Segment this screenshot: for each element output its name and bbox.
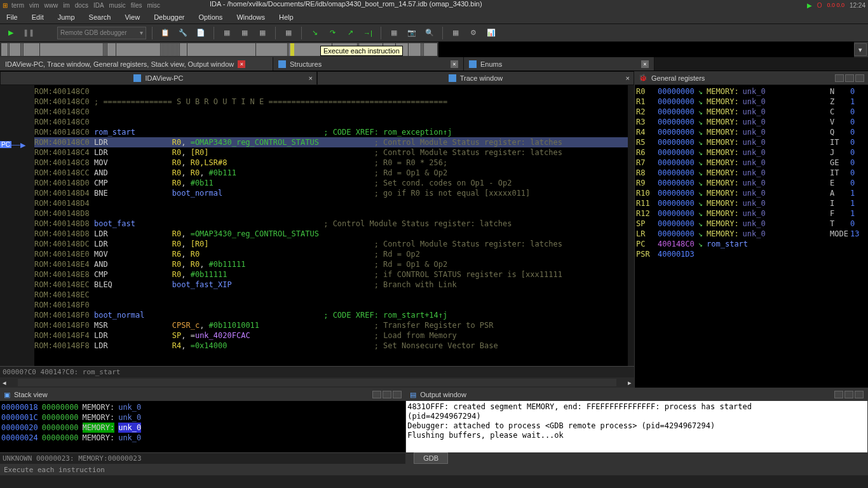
stack-panel: ▣ Stack view 00000018 00000000 MEMORY:un…	[0, 388, 406, 464]
menu-windows[interactable]: Windows	[236, 13, 265, 21]
menu-file[interactable]: File	[6, 13, 18, 21]
pause-button[interactable]: ❚❚	[22, 26, 36, 40]
toolbar-icon[interactable]: 📊	[484, 26, 498, 40]
menu-view[interactable]: View	[125, 13, 140, 21]
menu-search[interactable]: Search	[89, 13, 111, 21]
maximize-button[interactable]	[845, 74, 854, 82]
window-title: IDA - /home/xvilka/Documents/RE/idb/omap…	[210, 0, 482, 8]
toolbar-icon[interactable]: ▦	[238, 26, 252, 40]
toolbar-icon[interactable]: ▦	[281, 26, 295, 40]
step-over-button[interactable]: ↷	[325, 26, 339, 40]
task-www[interactable]: www	[44, 2, 58, 9]
toolbar-icon[interactable]: ▦	[387, 26, 401, 40]
panel-button[interactable]	[834, 391, 843, 398]
menu-help[interactable]: Help	[279, 13, 294, 21]
wm-icon: ⊞	[3, 2, 8, 9]
menu-bar: FileEditJumpSearchViewDebuggerOptionsWin…	[0, 10, 868, 24]
output-title: Output window	[420, 391, 466, 398]
tab-enums[interactable]: Enums ×	[464, 57, 654, 71]
toolbar-icon[interactable]: ▦	[220, 26, 234, 40]
view-icon	[133, 74, 141, 82]
stack-status: UNKNOWN 00000023: MEMORY:00000023	[0, 452, 405, 464]
output-view[interactable]: 4831OFFF: created segment MEMORY, end: F…	[406, 401, 867, 452]
task-docs[interactable]: docs	[75, 2, 88, 9]
run-button[interactable]: ▶	[4, 26, 18, 40]
tray-opera-icon[interactable]: O	[817, 2, 822, 9]
command-row: GDB	[406, 452, 867, 464]
disassembly-view[interactable]: ROM:400148C0ROM:400148C0 ; =============…	[34, 85, 628, 366]
register-list[interactable]: R000000000 ↘ MEMORY:unk_0R100000000 ↘ ME…	[636, 86, 826, 386]
step-into-button[interactable]: ↘	[308, 26, 322, 40]
clock: 12:24	[850, 2, 865, 9]
cpu-stats: 0.0 0.0	[827, 2, 844, 8]
toolbar-icon[interactable]: ▦	[449, 26, 463, 40]
tab-structures[interactable]: Structures ×	[273, 57, 464, 71]
close-button[interactable]	[855, 74, 864, 82]
struct-icon	[278, 60, 286, 68]
h-scrollbar[interactable]: ◂▸	[0, 377, 634, 388]
stack-view[interactable]: 00000018 00000000 MEMORY:unk_00000001C 0…	[0, 401, 405, 452]
tab-main[interactable]: IDAView-PC, Trace window, General regist…	[0, 57, 273, 71]
toolbar-icon[interactable]: 📷	[405, 26, 419, 40]
minimize-button[interactable]	[835, 74, 844, 82]
task-music[interactable]: music	[109, 2, 126, 9]
close-icon[interactable]: ×	[238, 60, 245, 68]
registers-panel: 🐞 General registers R000000000 ↘ MEMORY:…	[634, 71, 868, 388]
tooltip: Execute each instruction	[320, 46, 403, 56]
bug-icon: 🐞	[639, 74, 648, 82]
panel-button[interactable]	[844, 391, 853, 398]
close-icon[interactable]: ×	[451, 60, 458, 68]
subtab-trace[interactable]: Trace window ×	[317, 71, 634, 85]
menu-options[interactable]: Options	[198, 13, 222, 21]
run-to-button[interactable]: →|	[361, 26, 375, 40]
debugger-select[interactable]: Remote GDB debugger▾	[57, 27, 146, 39]
flags-list[interactable]: N0Z1C0V0Q0IT0J0GE0IT0E0A1I1F1T0MODE13	[826, 86, 867, 386]
location-bar: 00000?C0 40014?C0: rom_start	[0, 366, 634, 377]
task-list: termvimwwwimdocsIDAmusicfilesmisc	[11, 2, 160, 9]
task-files[interactable]: files	[131, 2, 142, 9]
menu-jump[interactable]: Jump	[58, 13, 75, 21]
stack-icon: ▣	[4, 391, 10, 399]
output-icon: ▤	[410, 391, 416, 399]
toolbar-icon[interactable]: ⚙	[466, 26, 480, 40]
enum-icon	[469, 60, 477, 68]
main-toolbar: ▶ ❚❚ Remote GDB debugger▾ 📋 🔧 📄 ▦ ▦ ▦ ▦ …	[0, 24, 868, 42]
output-panel: ▤ Output window 4831OFFF: created segmen…	[406, 388, 868, 464]
panel-button[interactable]	[855, 391, 864, 398]
stop-button[interactable]	[39, 26, 53, 40]
toolbar-icon[interactable]: 🔧	[176, 26, 190, 40]
registers-title: General registers	[651, 74, 705, 82]
desktop-taskbar: ⊞ termvimwwwimdocsIDAmusicfilesmisc IDA …	[0, 0, 868, 10]
task-IDA[interactable]: IDA	[93, 2, 104, 9]
menu-debugger[interactable]: Debugger	[154, 13, 184, 21]
toolbar-icon[interactable]: 🔍	[423, 26, 437, 40]
toolbar-icon[interactable]: 📋	[158, 26, 172, 40]
task-im[interactable]: im	[63, 2, 70, 9]
step-out-button[interactable]: ↗	[343, 26, 357, 40]
status-bar: Execute each instruction	[0, 464, 868, 475]
navigation-band[interactable]: ▾	[0, 42, 868, 57]
toolbar-icon[interactable]: ▦	[255, 26, 269, 40]
navband-menu[interactable]: ▾	[854, 43, 867, 56]
scrollbar[interactable]	[628, 85, 634, 366]
task-vim[interactable]: vim	[29, 2, 39, 9]
task-misc[interactable]: misc	[147, 2, 161, 9]
panel-button[interactable]	[372, 391, 381, 398]
disasm-gutter: PC ──▶	[0, 85, 34, 366]
pc-arrow-icon: ──▶	[10, 141, 25, 149]
close-icon[interactable]: ×	[626, 74, 630, 82]
close-icon[interactable]: ×	[641, 60, 649, 68]
tray-play-icon[interactable]: ▶	[807, 2, 812, 9]
panel-button[interactable]	[393, 391, 402, 398]
toolbar-icon[interactable]: 📄	[194, 26, 208, 40]
menu-edit[interactable]: Edit	[32, 13, 44, 21]
panel-button[interactable]	[383, 391, 391, 398]
trace-icon	[449, 74, 456, 82]
gdb-button[interactable]: GDB	[414, 452, 448, 464]
tab-strip: IDAView-PC, Trace window, General regist…	[0, 57, 868, 71]
stack-title: Stack view	[14, 391, 48, 398]
subtab-idaview[interactable]: IDAView-PC ×	[0, 71, 317, 85]
close-icon[interactable]: ×	[309, 74, 313, 82]
task-term[interactable]: term	[11, 2, 24, 9]
